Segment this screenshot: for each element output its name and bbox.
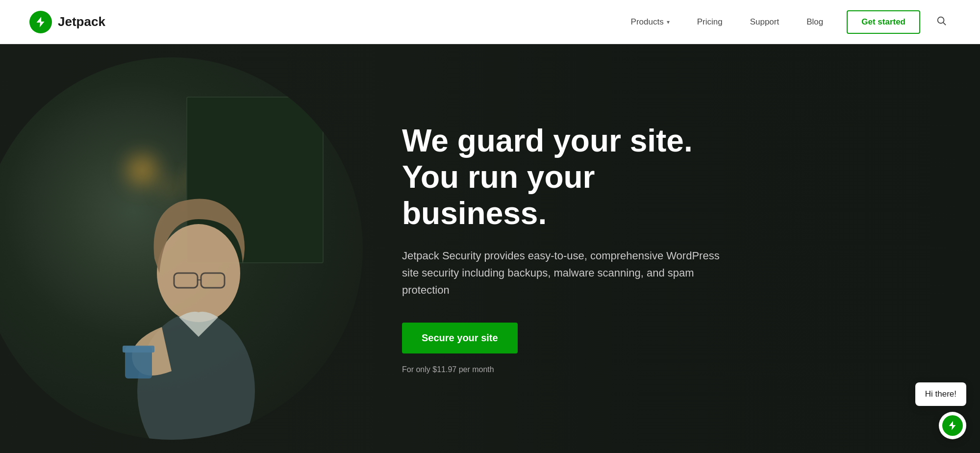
hero-content: We guard your site. You run your busines… (402, 123, 775, 374)
logo-text: Jetpack (58, 14, 105, 29)
svg-point-0 (938, 17, 944, 24)
logo-icon (29, 11, 52, 33)
person-silhouette (74, 106, 319, 440)
hero-title-line2: You run your business. (402, 159, 595, 231)
hero-image (0, 57, 363, 440)
nav-blog[interactable]: Blog (793, 0, 837, 44)
search-button[interactable] (932, 11, 951, 32)
chat-greeting-text: Hi there! (925, 389, 956, 399)
hero-section: We guard your site. You run your busines… (0, 44, 980, 453)
chat-open-button[interactable] (939, 412, 966, 439)
logo-link[interactable]: Jetpack (29, 11, 105, 33)
nav-support[interactable]: Support (736, 0, 793, 44)
nav-pricing-label: Pricing (697, 17, 723, 27)
chat-widget: Hi there! (915, 382, 966, 439)
nav-blog-label: Blog (806, 17, 823, 27)
bolt-chat-icon (947, 420, 958, 431)
chevron-down-icon: ▾ (667, 19, 670, 25)
hero-image-circle (0, 57, 363, 440)
search-icon (936, 15, 947, 26)
nav-products[interactable]: Products ▾ (617, 0, 683, 44)
bolt-icon (34, 16, 47, 28)
hero-title-line1: We guard your site. (402, 123, 693, 158)
main-nav: Products ▾ Pricing Support Blog Get star… (617, 0, 951, 44)
chat-greeting-bubble: Hi there! (915, 382, 966, 406)
hero-subtitle: Jetpack Security provides easy-to-use, c… (402, 247, 726, 299)
nav-pricing[interactable]: Pricing (683, 0, 736, 44)
hero-title: We guard your site. You run your busines… (402, 123, 745, 231)
svg-rect-8 (123, 346, 154, 352)
secure-site-button[interactable]: Secure your site (402, 323, 518, 353)
header: Jetpack Products ▾ Pricing Support Blog … (0, 0, 980, 44)
svg-line-1 (943, 23, 946, 25)
get-started-button[interactable]: Get started (847, 10, 920, 34)
nav-support-label: Support (750, 17, 779, 27)
hero-cta-area: Secure your site For only $11.97 per mon… (402, 323, 745, 374)
chat-icon (942, 415, 963, 436)
svg-point-3 (157, 224, 240, 322)
nav-products-label: Products (631, 17, 664, 27)
price-note: For only $11.97 per month (402, 365, 745, 374)
